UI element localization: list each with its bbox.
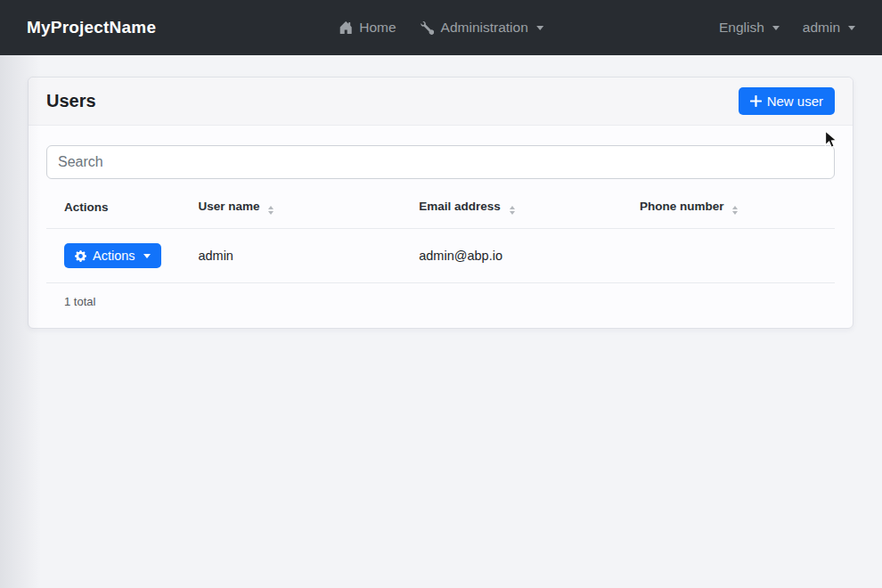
wrench-icon bbox=[421, 21, 435, 35]
cell-actions: Actions bbox=[46, 229, 180, 283]
sort-icon bbox=[732, 206, 738, 215]
page-title: Users bbox=[46, 91, 96, 111]
users-card-header: Users New user bbox=[29, 78, 853, 126]
new-user-button[interactable]: New user bbox=[739, 87, 835, 115]
caret-down-icon bbox=[848, 26, 855, 30]
row-actions-button[interactable]: Actions bbox=[64, 243, 161, 268]
plus-icon bbox=[750, 95, 762, 107]
nav-item-home-label: Home bbox=[359, 20, 396, 36]
caret-down-icon bbox=[536, 26, 543, 30]
caret-down-icon bbox=[143, 254, 151, 258]
caret-down-icon bbox=[772, 26, 780, 30]
home-icon bbox=[339, 20, 353, 35]
language-dropdown[interactable]: English bbox=[719, 20, 780, 36]
users-table: Actions User name Email address Phone nu… bbox=[46, 186, 835, 283]
main-menu: Home Administration bbox=[339, 20, 543, 36]
column-header-email[interactable]: Email address bbox=[401, 186, 622, 229]
cell-phone bbox=[622, 229, 835, 283]
table-header-row: Actions User name Email address Phone nu… bbox=[46, 186, 835, 229]
nav-item-home[interactable]: Home bbox=[339, 20, 396, 36]
nav-item-administration-label: Administration bbox=[441, 20, 528, 36]
nav-item-administration[interactable]: Administration bbox=[421, 20, 543, 36]
language-dropdown-label: English bbox=[719, 20, 764, 36]
column-header-phone[interactable]: Phone number bbox=[622, 186, 835, 229]
table-row: Actions admin admin@abp.io bbox=[46, 229, 835, 283]
column-header-username[interactable]: User name bbox=[180, 186, 401, 229]
sort-icon bbox=[510, 206, 515, 215]
row-actions-button-label: Actions bbox=[93, 249, 135, 263]
column-header-actions: Actions bbox=[46, 186, 180, 229]
gear-icon bbox=[75, 250, 86, 262]
cell-username: admin bbox=[180, 229, 401, 283]
new-user-button-label: New user bbox=[767, 94, 823, 109]
user-menu-dropdown[interactable]: admin bbox=[803, 20, 855, 36]
top-navbar: MyProjectName Home Administration Englis… bbox=[0, 0, 882, 55]
user-menu-label: admin bbox=[803, 20, 840, 36]
total-count-label: 1 total bbox=[46, 283, 835, 312]
sort-icon bbox=[268, 206, 274, 215]
brand-logo[interactable]: MyProjectName bbox=[27, 18, 156, 37]
cell-email: admin@abp.io bbox=[401, 229, 622, 283]
navbar-right: English admin bbox=[719, 20, 855, 36]
users-card: Users New user Actions User name bbox=[28, 77, 853, 329]
users-card-body: Actions User name Email address Phone nu… bbox=[29, 126, 853, 328]
search-input[interactable] bbox=[46, 145, 835, 179]
